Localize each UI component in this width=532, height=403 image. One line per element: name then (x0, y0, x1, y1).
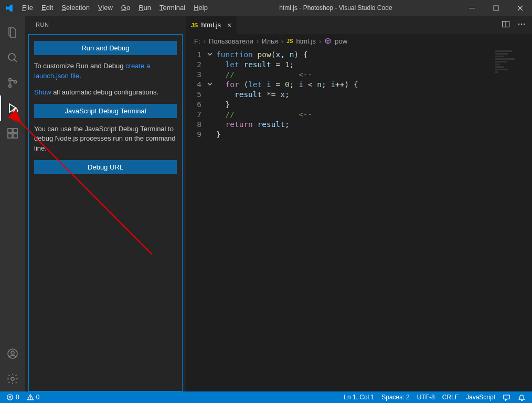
code-line[interactable]: result *= x; (216, 90, 532, 100)
editor-area: JS html.js × F:› Пользователи› Илья› JS … (186, 16, 532, 391)
split-editor-icon[interactable] (502, 20, 510, 30)
status-spaces[interactable]: Spaces: 2 (379, 391, 411, 403)
svg-rect-8 (8, 134, 12, 138)
close-button[interactable] (508, 0, 532, 16)
js-debug-desc: You can use the JavaScript Debug Termina… (34, 124, 177, 154)
code-line[interactable]: for (let i = 0; i < n; i++) { (216, 80, 532, 90)
fold-toggle[interactable] (207, 50, 216, 60)
breadcrumb-part[interactable]: Пользователи (209, 37, 253, 45)
status-eol[interactable]: CRLF (440, 391, 461, 403)
fold-column[interactable] (207, 50, 216, 391)
tab-html-js[interactable]: JS html.js × (186, 16, 237, 34)
line-number: 7 (186, 110, 201, 120)
settings-gear-icon[interactable] (0, 366, 25, 391)
line-number: 2 (186, 60, 201, 70)
breadcrumb-file[interactable]: html.js (296, 37, 316, 45)
tab-label: html.js (201, 21, 221, 29)
menu-edit[interactable]: Edit (37, 0, 57, 16)
menu-view[interactable]: View (94, 0, 117, 16)
customize-text: To customize Run and Debug create a laun… (34, 61, 177, 81)
svg-point-4 (9, 85, 12, 88)
minimap[interactable] (495, 50, 524, 82)
svg-point-3 (9, 79, 12, 81)
fold-toggle[interactable] (207, 80, 216, 90)
line-number: 3 (186, 70, 201, 80)
menu-go[interactable]: Go (117, 0, 134, 16)
line-number: 6 (186, 100, 201, 110)
svg-rect-10 (13, 129, 17, 133)
status-warnings[interactable]: 0 (25, 391, 42, 403)
breadcrumb[interactable]: F:› Пользователи› Илья› JS html.js› pow (186, 34, 532, 48)
menu-selection[interactable]: Selection (57, 0, 93, 16)
line-number: 4 (186, 80, 201, 90)
code-line[interactable]: let result = 1; (216, 60, 532, 70)
code-line[interactable]: return result; (216, 120, 532, 130)
code-editor[interactable]: 123456789 function pow(x, n) { let resul… (186, 48, 532, 391)
svg-point-16 (518, 24, 520, 25)
menu-help[interactable]: Help (189, 0, 212, 16)
extensions-icon[interactable] (0, 121, 25, 146)
debug-url-button[interactable]: Debug URL (34, 160, 177, 174)
svg-point-5 (14, 81, 17, 83)
svg-rect-7 (8, 129, 12, 133)
search-icon[interactable] (0, 45, 25, 70)
fold-toggle (207, 100, 216, 110)
status-errors[interactable]: 0 (4, 391, 22, 403)
svg-point-12 (11, 351, 14, 354)
window-controls (460, 0, 532, 16)
line-number: 9 (186, 130, 201, 140)
menu-run[interactable]: Run (134, 0, 155, 16)
breadcrumb-symbol[interactable]: pow (335, 37, 347, 45)
line-number-gutter: 123456789 (186, 50, 207, 391)
svg-rect-9 (13, 134, 17, 138)
run-debug-icon[interactable] (0, 96, 25, 121)
svg-rect-1 (494, 6, 498, 10)
fold-toggle (207, 60, 216, 70)
code-line[interactable]: function pow(x, n) { (216, 50, 532, 60)
tab-bar: JS html.js × (186, 16, 532, 34)
accounts-icon[interactable] (0, 341, 25, 366)
explorer-icon[interactable] (0, 20, 25, 45)
close-tab-icon[interactable]: × (227, 21, 231, 29)
status-ln-col[interactable]: Ln 1, Col 1 (342, 391, 376, 403)
minimize-button[interactable] (460, 0, 484, 16)
symbol-method-icon (324, 37, 332, 45)
js-debug-terminal-button[interactable]: JavaScript Debug Terminal (34, 104, 177, 118)
menu-bar: File Edit Selection View Go Run Terminal… (18, 0, 212, 16)
code-line[interactable]: } (216, 130, 532, 140)
run-sidebar: RUN Run and Debug To customize Run and D… (25, 16, 186, 391)
run-and-debug-button[interactable]: Run and Debug (34, 41, 177, 55)
fold-toggle (207, 70, 216, 80)
vscode-logo-icon (0, 4, 18, 13)
breadcrumb-part[interactable]: F: (194, 37, 200, 45)
breadcrumb-part[interactable]: Илья (262, 37, 278, 45)
status-encoding[interactable]: UTF-8 (415, 391, 437, 403)
code-line[interactable]: // <-- (216, 70, 532, 80)
line-number: 5 (186, 90, 201, 100)
svg-point-23 (30, 399, 30, 399)
fold-toggle (207, 130, 216, 140)
menu-file[interactable]: File (18, 0, 37, 16)
code-line[interactable]: // <-- (216, 110, 532, 120)
line-number: 1 (186, 50, 201, 60)
fold-toggle (207, 90, 216, 100)
svg-rect-0 (469, 8, 475, 8)
sidebar-title: RUN (25, 16, 186, 34)
activity-bar (0, 16, 25, 391)
maximize-button[interactable] (484, 0, 508, 16)
source-control-icon[interactable] (0, 70, 25, 96)
status-feedback-icon[interactable] (501, 391, 513, 403)
js-file-icon: JS (286, 38, 293, 44)
svg-point-13 (11, 377, 14, 380)
show-link[interactable]: Show (34, 88, 51, 96)
svg-point-18 (524, 24, 525, 25)
status-bell-icon[interactable] (516, 391, 528, 403)
menu-terminal[interactable]: Terminal (155, 0, 189, 16)
more-actions-icon[interactable] (517, 20, 526, 30)
tab-actions (502, 16, 532, 34)
code-line[interactable]: } (216, 100, 532, 110)
status-language[interactable]: JavaScript (464, 391, 497, 403)
code-content[interactable]: function pow(x, n) { let result = 1; // … (216, 50, 532, 391)
line-number: 8 (186, 120, 201, 130)
window-title: html.js - Photoshop - Visual Studio Code (212, 4, 460, 12)
